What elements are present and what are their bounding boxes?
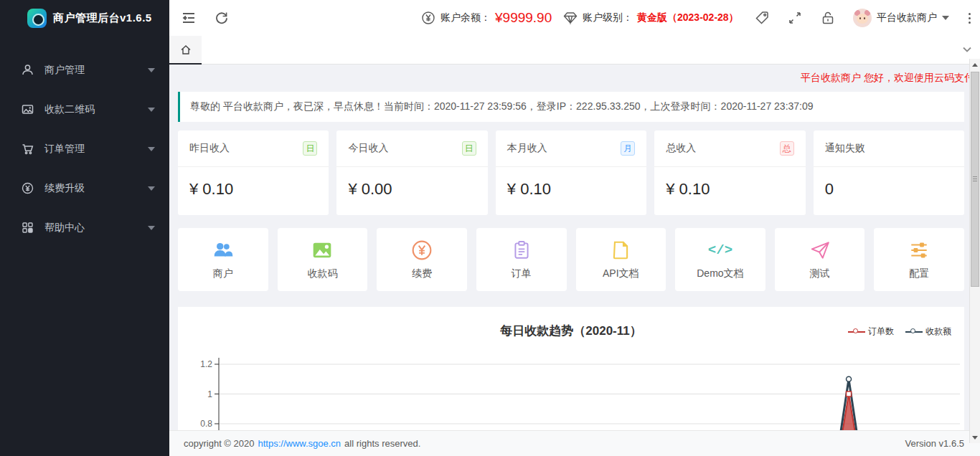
svg-text:1.2: 1.2 (200, 359, 212, 369)
quick-link-label: 商户 (213, 267, 233, 280)
qrcode-icon (311, 239, 333, 262)
stat-value: 0 (814, 167, 964, 199)
demo-doc-icon: </> (708, 239, 732, 262)
scroll-up-button[interactable] (970, 59, 980, 70)
yuan-circle-icon (22, 182, 34, 194)
user-icon (22, 64, 34, 76)
svg-text:0.8: 0.8 (200, 419, 212, 429)
scrollbar-grip-icon (973, 176, 977, 183)
version-label: Version v1.6.5 (905, 438, 964, 449)
sidebar-item-help-center[interactable]: 帮助中心 (0, 208, 169, 247)
content: 平台收款商户 您好，欢迎使用云码支付 尊敬的 平台收款商户，夜已深，早点休息！当… (169, 65, 980, 430)
user-menu[interactable]: 平台收款商户 (853, 9, 949, 27)
stat-value: ¥ 0.10 (496, 167, 646, 199)
quick-link-qrcode[interactable]: 收款码 (278, 228, 368, 291)
topbar: 账户余额： ¥9999.90 账户级别： 黄金版（2023-02-28） (169, 0, 980, 36)
level-label: 账户级别： (583, 11, 633, 24)
svg-text:1: 1 (207, 389, 212, 399)
chevron-down-icon (148, 108, 155, 112)
yuan-circle-icon (420, 10, 436, 26)
stat-value: ¥ 0.10 (654, 167, 805, 199)
sidebar-item-label: 帮助中心 (44, 222, 85, 234)
sliders-icon (908, 239, 930, 262)
main-area: 账户余额： ¥9999.90 账户级别： 黄金版（2023-02-28） (169, 0, 980, 456)
quick-link-merchants[interactable]: 商户 (178, 228, 268, 291)
stat-card-yesterday-income: 昨日收入 日 ¥ 0.10 (178, 130, 329, 215)
quick-link-test[interactable]: 测试 (775, 228, 865, 291)
sidebar-item-renew-upgrade[interactable]: 续费升级 (0, 168, 169, 208)
marquee-notice: 平台收款商户 您好，欢迎使用云码支付 (801, 72, 974, 85)
quick-link-label: 收款码 (307, 267, 337, 280)
collapse-sidebar-icon[interactable] (181, 10, 197, 26)
level-value: 黄金版（2023-02-28） (637, 11, 739, 24)
sidebar-item-orders[interactable]: 订单管理 (0, 129, 169, 168)
quick-link-orders[interactable]: 订单 (476, 228, 567, 291)
stat-title: 总收入 (666, 142, 696, 155)
stat-title: 本月收入 (507, 142, 547, 155)
sidebar-item-label: 订单管理 (44, 143, 85, 156)
app-logo: 商户管理后台v1.6.5 (0, 0, 169, 36)
stat-title: 昨日收入 (189, 142, 230, 155)
sidebar-menu: 商户管理 收款二维码 (0, 50, 169, 247)
chevron-down-icon (148, 186, 155, 191)
quick-link-label: Demo文档 (697, 267, 743, 280)
chevron-down-icon (942, 16, 949, 20)
tag-icon[interactable] (754, 10, 770, 26)
footer-link[interactable]: https://www.sgoe.cn (258, 438, 341, 449)
topbar-right-actions: 平台收款商户 (754, 0, 973, 36)
sidebar-item-qrcode[interactable]: 收款二维码 (0, 90, 169, 129)
quick-link-label: 订单 (512, 267, 532, 280)
more-menu-icon[interactable] (966, 11, 973, 26)
quick-link-label: API文档 (603, 267, 639, 280)
lock-icon[interactable] (820, 10, 836, 26)
copyright-prefix: copyright © 2020 (184, 438, 254, 449)
quick-link-api-doc[interactable]: API文档 (576, 228, 666, 291)
balance-value: ¥9999.90 (495, 10, 552, 26)
stat-card-notify-failed: 通知失败 0 (814, 130, 964, 215)
chart-plot: 1.210.80.6 (178, 307, 964, 430)
account-level: 账户级别： 黄金版（2023-02-28） (562, 0, 739, 36)
account-balance: 账户余额： ¥9999.90 (420, 0, 552, 36)
logo-icon (27, 9, 47, 28)
stat-card-total-income: 总收入 总 ¥ 0.10 (654, 130, 805, 215)
welcome-bar: 尊敬的 平台收款商户，夜已深，早点休息！当前时间：2020-11-27 23:5… (178, 92, 964, 122)
user-name: 平台收款商户 (877, 11, 937, 24)
stat-badge: 总 (780, 141, 794, 156)
merchants-icon (212, 239, 234, 262)
chevron-down-icon (148, 68, 155, 72)
tab-home[interactable] (169, 36, 202, 65)
copyright-suffix: all rights reserved. (344, 438, 420, 449)
tab-bar (169, 36, 980, 65)
paper-plane-icon (809, 239, 831, 262)
diamond-icon (562, 10, 578, 26)
avatar[interactable] (853, 9, 872, 27)
sidebar-item-label: 收款二维码 (44, 103, 95, 116)
refresh-icon[interactable] (214, 10, 230, 26)
app-root: 商户管理后台v1.6.5 商户管理 收款二维码 (0, 0, 980, 456)
apps-icon (22, 222, 34, 234)
stat-cards: 昨日收入 日 ¥ 0.10 今日收入 日 ¥ 0.00 本月收入 月 (178, 130, 964, 215)
sidebar: 商户管理后台v1.6.5 商户管理 收款二维码 (0, 0, 169, 456)
quick-link-demo-doc[interactable]: </> Demo文档 (675, 228, 765, 291)
stat-title: 今日收入 (348, 142, 388, 155)
stat-value: ¥ 0.10 (178, 167, 329, 199)
daily-trend-chart: 每日收款趋势（2020-11） 订单数 收款额 1.210.80.6 (178, 307, 964, 430)
balance-label: 账户余额： (440, 11, 491, 24)
scrollbar-thumb[interactable] (971, 72, 979, 287)
footer: copyright © 2020 https://www.sgoe.cn all… (169, 430, 980, 456)
renew-icon (411, 239, 433, 262)
stat-card-month-income: 本月收入 月 ¥ 0.10 (496, 130, 646, 215)
tab-list-chevron-icon[interactable] (961, 44, 973, 58)
vertical-scrollbar[interactable] (969, 59, 980, 443)
app-title: 商户管理后台v1.6.5 (53, 11, 152, 25)
quick-links: 商户 收款码 (178, 228, 964, 291)
stat-badge: 日 (462, 141, 476, 156)
welcome-text: 尊敬的 平台收款商户，夜已深，早点休息！当前时间：2020-11-27 23:5… (190, 100, 814, 113)
stat-badge: 日 (303, 141, 317, 156)
sidebar-item-merchant-manage[interactable]: 商户管理 (0, 50, 169, 90)
fullscreen-icon[interactable] (787, 10, 803, 26)
stat-title: 通知失败 (825, 142, 865, 155)
quick-link-renew[interactable]: 续费 (377, 228, 467, 291)
quick-link-config[interactable]: 配置 (874, 228, 964, 291)
scroll-down-button[interactable] (970, 432, 980, 443)
